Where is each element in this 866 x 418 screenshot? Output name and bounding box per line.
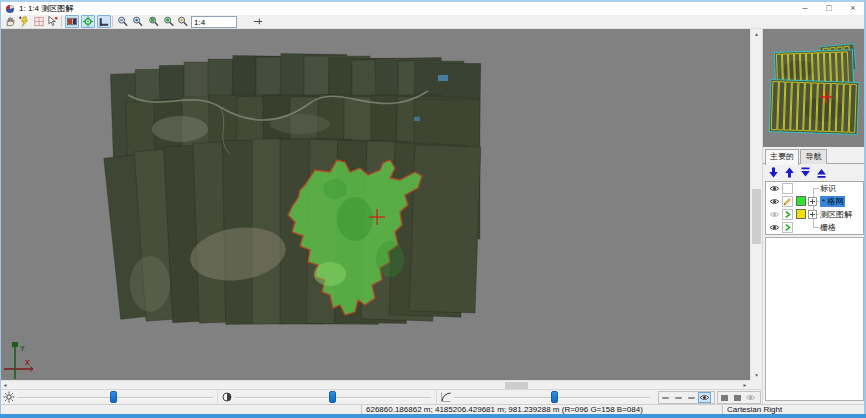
scale-combobox[interactable] bbox=[191, 16, 237, 28]
select-tool-button[interactable] bbox=[17, 15, 31, 28]
empty-checkbox[interactable] bbox=[782, 183, 793, 194]
measure-axis-button[interactable] bbox=[251, 15, 265, 28]
layer-row-raster[interactable]: 栅格 bbox=[766, 221, 863, 234]
zoom-region-button[interactable] bbox=[147, 15, 161, 28]
sun-icon bbox=[3, 391, 15, 403]
move-to-top-button[interactable] bbox=[814, 166, 828, 179]
zoom-flash-button[interactable] bbox=[176, 15, 190, 28]
display-mode-group bbox=[658, 391, 715, 404]
center-crosshair-button[interactable] bbox=[81, 15, 95, 28]
window-border-left bbox=[0, 0, 1, 418]
scrollbar-corner bbox=[750, 380, 761, 389]
corner-tool-button[interactable] bbox=[97, 15, 111, 28]
eye-icon[interactable] bbox=[769, 223, 780, 232]
layer-label[interactable]: 栅格 bbox=[820, 222, 836, 233]
layer-row-labels[interactable]: 标识 bbox=[766, 182, 863, 195]
layer-row-survey[interactable]: 测区图解 bbox=[766, 208, 863, 221]
close-button[interactable]: × bbox=[841, 2, 865, 15]
minimize-button[interactable]: – bbox=[793, 2, 817, 15]
color-swatch-yellow[interactable] bbox=[796, 209, 806, 219]
color-swatch-green[interactable] bbox=[796, 196, 806, 206]
map-canvas[interactable]: X Y bbox=[0, 29, 750, 380]
tab-navigation[interactable]: 导航 bbox=[800, 149, 827, 164]
toolbar-separator bbox=[112, 16, 113, 27]
expander-icon[interactable] bbox=[808, 197, 817, 206]
lightning-cursor-icon bbox=[18, 15, 30, 28]
layer-row-grid[interactable]: * 格网 bbox=[766, 195, 863, 208]
axis-y-label: Y bbox=[20, 345, 25, 352]
scroll-up-arrow[interactable]: ▲ bbox=[751, 29, 762, 39]
coordinates-text: 626860.186862 m; 4185206.429681 m; 981.2… bbox=[362, 405, 722, 414]
split-view-button[interactable] bbox=[65, 15, 79, 28]
move-down-button[interactable] bbox=[766, 166, 780, 179]
magnifier-star-icon bbox=[177, 15, 189, 28]
grid-tool-button[interactable] bbox=[32, 15, 46, 28]
app-logo-icon bbox=[5, 4, 15, 14]
magnifier-rect-icon bbox=[148, 15, 160, 28]
arrow-down-icon bbox=[767, 166, 780, 179]
fill-mode-2-button[interactable] bbox=[731, 392, 744, 403]
vertical-scrollbar[interactable]: ▲ ▼ bbox=[750, 29, 761, 380]
zoom-out-button[interactable] bbox=[116, 15, 130, 28]
dark-angle-icon bbox=[98, 15, 110, 28]
coordinate-system-text: Cartesian Right bbox=[723, 405, 866, 414]
zoom-in-button[interactable] bbox=[131, 15, 145, 28]
gamma-slider-group bbox=[437, 390, 656, 405]
hand-icon bbox=[4, 15, 16, 28]
horizontal-scrollbar[interactable]: ◄ ► bbox=[0, 380, 750, 389]
arrow-to-top-icon bbox=[815, 166, 828, 179]
expander-icon[interactable] bbox=[808, 210, 817, 219]
main-toolbar bbox=[1, 15, 865, 29]
eye-icon bbox=[699, 393, 710, 402]
vertical-scroll-thumb[interactable] bbox=[752, 189, 761, 244]
contrast-slider-handle[interactable] bbox=[329, 391, 336, 403]
navigator-overview[interactable] bbox=[763, 29, 866, 147]
two-pane-icon bbox=[66, 15, 78, 28]
display-mode-1-button[interactable] bbox=[659, 392, 672, 403]
window-title: 1: 1:4 测区图解 bbox=[19, 3, 73, 14]
layer-label[interactable]: 标识 bbox=[820, 183, 836, 194]
move-up-button[interactable] bbox=[782, 166, 796, 179]
horizontal-scroll-thumb[interactable] bbox=[505, 382, 528, 389]
pan-tool-button[interactable] bbox=[3, 15, 17, 28]
tree-connector bbox=[813, 188, 819, 189]
scroll-down-arrow[interactable]: ▼ bbox=[751, 370, 762, 380]
pick-tool-button[interactable] bbox=[46, 15, 60, 28]
brightness-slider-handle[interactable] bbox=[110, 391, 117, 403]
contrast-slider-group bbox=[218, 390, 437, 405]
red-grid-icon bbox=[33, 15, 45, 28]
visibility-off-button[interactable] bbox=[744, 392, 757, 403]
chevron-right-icon bbox=[783, 222, 792, 233]
brightness-slider-group bbox=[0, 390, 218, 405]
layer-label-selected[interactable]: * 格网 bbox=[820, 196, 845, 207]
layer-display-group bbox=[717, 391, 761, 404]
eye-disabled-icon bbox=[745, 393, 756, 402]
eye-icon-dim[interactable] bbox=[769, 210, 780, 219]
maximize-button[interactable]: □ bbox=[817, 2, 841, 15]
tab-main[interactable]: 主要的 bbox=[765, 149, 799, 165]
gamma-curve-icon bbox=[440, 391, 452, 403]
cursor-asterisk-icon bbox=[47, 15, 59, 28]
display-mode-2-button[interactable] bbox=[672, 392, 685, 403]
eye-icon[interactable] bbox=[769, 184, 780, 193]
gamma-slider-handle[interactable] bbox=[551, 391, 558, 403]
magnifier-green-icon bbox=[163, 15, 175, 28]
magnifier-plus-icon bbox=[132, 15, 144, 28]
app-window: 1: 1:4 测区图解 – □ × bbox=[0, 0, 866, 418]
status-bar: 626860.186862 m; 4185206.429681 m; 981.2… bbox=[0, 404, 866, 414]
properties-list[interactable] bbox=[765, 237, 864, 401]
green-crosshair-icon bbox=[82, 15, 94, 28]
chevron-right-icon bbox=[783, 209, 792, 220]
contrast-icon bbox=[221, 391, 233, 403]
zoom-fit-button[interactable] bbox=[162, 15, 176, 28]
right-panel: 主要的 导航 bbox=[762, 29, 865, 404]
fill-mode-1-button[interactable] bbox=[718, 392, 731, 403]
panel-tabs: 主要的 导航 bbox=[763, 149, 866, 164]
layer-label[interactable]: 测区图解 bbox=[820, 209, 852, 220]
arrow-to-bottom-icon bbox=[799, 166, 812, 179]
display-mode-3-button[interactable] bbox=[685, 392, 698, 403]
eye-icon[interactable] bbox=[769, 197, 780, 206]
layer-order-toolbar bbox=[763, 166, 866, 180]
visibility-on-button[interactable] bbox=[698, 392, 711, 403]
move-to-bottom-button[interactable] bbox=[798, 166, 812, 179]
